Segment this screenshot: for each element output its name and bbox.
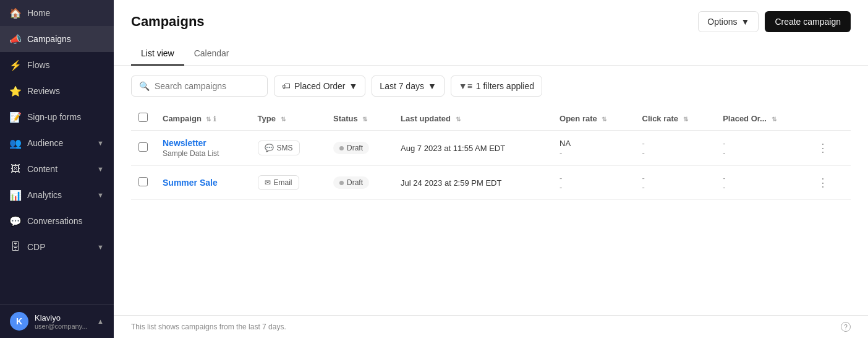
sort-icon: ⇅ [281,116,286,123]
sidebar-item-label: Reviews [27,86,60,96]
chevron-up-icon: ▲ [97,318,104,325]
sms-icon: 💬 [265,144,274,152]
campaign-subtitle: Sample Data List [163,149,243,158]
row-actions-cell: ⋮ [806,131,851,166]
sidebar-item-label: Analytics [27,190,62,200]
chevron-down-icon: ▼ [97,165,104,173]
flows-icon: ⚡ [10,59,21,71]
tab-calendar[interactable]: Calendar [184,42,239,66]
home-icon: 🏠 [10,7,21,19]
click-rate-bottom: - [642,183,708,192]
sidebar-item-content[interactable]: 🖼 Content ▼ [0,156,114,182]
active-filters-label: 1 filters applied [476,81,534,91]
user-email: user@company... [35,323,88,330]
sort-icon: ⇅ [362,116,367,123]
type-label: SMS [277,144,293,152]
sidebar-item-label: Conversations [27,216,83,226]
th-placed-order[interactable]: Placed Or... ⇅ [715,106,806,131]
options-label: Options [707,17,737,27]
placed-order-cell: - - [715,166,806,200]
active-filters-button[interactable]: ▼≡ 1 filters applied [451,76,542,97]
help-icon: ? [841,322,851,332]
th-open-rate[interactable]: Open rate ⇅ [552,106,634,131]
th-click-rate[interactable]: Click rate ⇅ [635,106,716,131]
email-icon: ✉ [265,178,271,187]
user-name: Klaviyo [35,313,88,323]
sidebar: 🏠 Home 📣 Campaigns ⚡ Flows ⭐ Reviews 📝 S… [0,0,114,338]
placed-order-label: Placed Order [294,81,345,91]
footer-text: This list shows campaigns from the last … [131,323,286,331]
footer-bar: This list shows campaigns from the last … [114,315,868,338]
sidebar-item-label: Home [27,8,50,18]
status-label: Draft [347,144,363,152]
row-menu-button[interactable]: ⋮ [814,175,832,191]
status-dot [339,146,344,150]
campaigns-table-wrap: Campaign ⇅ ℹ Type ⇅ Status ⇅ Last update… [114,106,868,315]
sidebar-item-flows[interactable]: ⚡ Flows [0,52,114,78]
sidebar-item-audience[interactable]: 👥 Audience ▼ [0,130,114,156]
search-box[interactable]: 🔍 [131,76,268,97]
th-actions [806,106,851,131]
sidebar-item-label: Audience [27,138,63,148]
header-actions: Options ▼ Create campaign [698,11,851,32]
click-rate-cell: - - [635,131,716,166]
row-actions-cell: ⋮ [806,166,851,200]
sidebar-item-cdp[interactable]: 🗄 CDP ▼ [0,234,114,260]
sidebar-item-label: CDP [27,242,46,252]
placed-order-cell: - - [715,131,806,166]
tab-list-view[interactable]: List view [131,42,184,66]
type-label: Email [274,178,292,187]
select-all-cell[interactable] [131,106,155,131]
sort-icon: ⇅ [683,116,688,123]
status-cell: Draft [326,131,393,166]
campaign-type-cell: 💬 SMS [250,131,326,166]
user-info: Klaviyo user@company... [35,313,88,330]
sidebar-item-conversations[interactable]: 💬 Conversations [0,208,114,234]
analytics-icon: 📊 [10,189,21,201]
row-checkbox-cell[interactable] [131,131,155,166]
sidebar-item-campaigns[interactable]: 📣 Campaigns [0,26,114,52]
th-type[interactable]: Type ⇅ [250,106,326,131]
sort-icon: ⇅ [456,116,461,123]
sidebar-item-label: Content [27,164,57,174]
th-last-updated[interactable]: Last updated ⇅ [393,106,552,131]
row-menu-button[interactable]: ⋮ [814,140,832,156]
search-input[interactable] [155,81,260,91]
sidebar-item-home[interactable]: 🏠 Home [0,0,114,26]
status-label: Draft [347,178,363,187]
conversations-icon: 💬 [10,215,21,227]
options-button[interactable]: Options ▼ [698,11,759,32]
date-range-filter[interactable]: Last 7 days ▼ [372,76,444,97]
chevron-down-icon: ▼ [97,139,104,147]
chevron-down-icon: ▼ [97,191,104,199]
user-area[interactable]: K Klaviyo user@company... ▲ [0,305,114,338]
tabs: List view Calendar [114,35,868,66]
last-updated-cell: Aug 7 2023 at 11:55 AM EDT [393,131,552,166]
status-badge: Draft [333,142,369,154]
row-checkbox-cell[interactable] [131,166,155,200]
campaign-name-link[interactable]: Newsletter [163,138,243,148]
campaign-name-link[interactable]: Summer Sale [163,178,243,188]
status-dot [339,181,344,185]
row-checkbox[interactable] [138,142,148,152]
open-rate-cell: NA - [552,131,634,166]
select-all-checkbox[interactable] [138,113,148,122]
signup-forms-icon: 📝 [10,111,21,123]
placed-order-filter[interactable]: 🏷 Placed Order ▼ [274,76,365,97]
sidebar-item-analytics[interactable]: 📊 Analytics ▼ [0,182,114,208]
chevron-down-icon: ▼ [349,81,357,91]
sidebar-item-label: Sign-up forms [27,112,81,122]
th-campaign[interactable]: Campaign ⇅ ℹ [155,106,250,131]
table-row: Newsletter Sample Data List 💬 SMS Draft [131,131,851,166]
placed-order-top: - [723,139,799,148]
reviews-icon: ⭐ [10,85,21,97]
row-checkbox[interactable] [138,177,148,186]
th-status[interactable]: Status ⇅ [326,106,393,131]
sidebar-item-label: Campaigns [27,34,71,44]
status-cell: Draft [326,166,393,200]
campaign-type-cell: ✉ Email [250,166,326,200]
create-campaign-button[interactable]: Create campaign [765,11,851,32]
sidebar-item-signup-forms[interactable]: 📝 Sign-up forms [0,104,114,130]
help-button[interactable]: ? [841,322,851,332]
sidebar-item-reviews[interactable]: ⭐ Reviews [0,78,114,104]
